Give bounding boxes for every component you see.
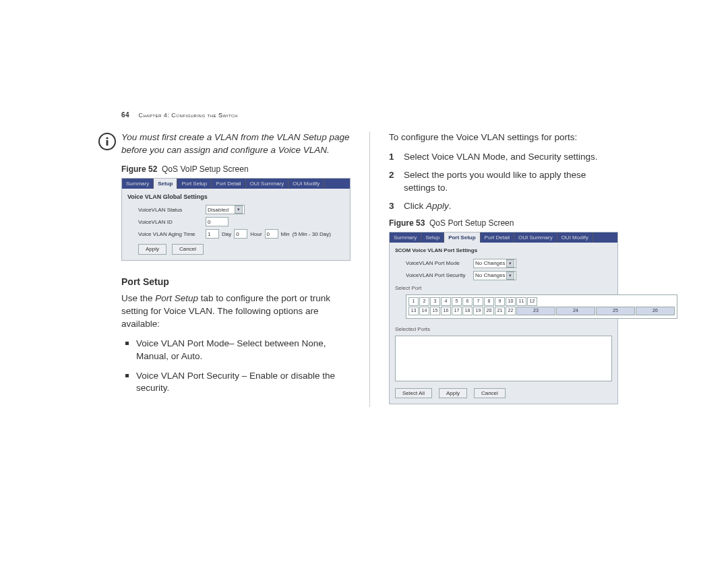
port-cell[interactable]: 1 xyxy=(408,297,419,306)
port-cell[interactable]: 21 xyxy=(495,307,505,315)
intro-para: To configure the Voice VLAN settings for… xyxy=(389,131,618,144)
fig53-tab-summary[interactable]: Summary xyxy=(390,232,421,243)
fig52-panel-title: Voice VLAN Global Settings xyxy=(122,189,350,204)
port-cell[interactable]: 10 xyxy=(506,297,516,306)
svg-point-0 xyxy=(106,137,108,139)
page-header: 64 Chapter 4: Configuring the Switch xyxy=(121,111,238,119)
svg-rect-1 xyxy=(107,140,109,146)
fig52-cancel-button[interactable]: Cancel xyxy=(172,244,204,254)
fig52-tab-portsetup[interactable]: Port Setup xyxy=(177,179,212,189)
step-1-text: Select Voice VLAN Mode, and Security set… xyxy=(404,151,597,164)
port-cell[interactable]: 18 xyxy=(462,307,473,315)
port-cell[interactable]: 17 xyxy=(452,307,462,315)
bullet-port-security: Voice VLAN Port Security – Enable or dis… xyxy=(131,370,351,396)
figure52-title: QoS VoIP Setup Screen xyxy=(162,164,249,174)
port-cell[interactable]: 25 xyxy=(596,307,635,315)
fig52-aging-hour-input[interactable]: 0 xyxy=(234,229,247,239)
fig52-hour-unit: Hour xyxy=(250,230,262,238)
port-cell[interactable]: 22 xyxy=(506,307,516,315)
port-cell[interactable]: 15 xyxy=(430,307,440,315)
figure52-caption: Figure 52 QoS VoIP Setup Screen xyxy=(121,164,351,175)
chevron-down-icon: ▾ xyxy=(506,259,514,268)
fig53-tab-setup[interactable]: Setup xyxy=(421,232,444,243)
fig52-min-unit: Min xyxy=(281,230,290,238)
port-cell[interactable]: 14 xyxy=(419,307,429,315)
port-cell[interactable]: 7 xyxy=(473,297,483,306)
port-cell[interactable]: 12 xyxy=(527,297,537,306)
left-column: You must first create a VLAN from the VL… xyxy=(121,131,351,407)
figure53-screenshot: Summary Setup Port Setup Port Detail OUI… xyxy=(389,232,618,404)
chapter-label: Chapter 4: Configuring the Switch xyxy=(138,112,237,119)
fig52-id-input[interactable]: 0 xyxy=(206,217,229,226)
fig52-tab-portdetail[interactable]: Port Detail xyxy=(212,179,245,189)
fig52-tab-ouisum[interactable]: OUI Summary xyxy=(246,179,289,189)
fig53-selectedports-label: Selected Ports xyxy=(390,323,617,334)
step-num-1: 1 xyxy=(389,151,398,164)
figure53-title: QoS Port Setup Screen xyxy=(429,218,514,228)
column-divider xyxy=(369,131,370,407)
port-cell[interactable]: 19 xyxy=(473,307,483,315)
fig53-tab-ouimod[interactable]: OUI Modify xyxy=(557,232,593,243)
fig52-tab-summary[interactable]: Summary xyxy=(122,179,154,189)
fig53-mode-select[interactable]: No Changes▾ xyxy=(473,259,516,268)
fig52-aging-day-input[interactable]: 1 xyxy=(206,229,219,239)
fig52-tabs: Summary Setup Port Setup Port Detail OUI… xyxy=(122,179,350,189)
port-cell[interactable]: 16 xyxy=(441,307,451,315)
info-icon xyxy=(98,133,116,150)
fig53-apply-button[interactable]: Apply xyxy=(439,388,467,398)
port-setup-para: Use the Port Setup tab to configure the … xyxy=(121,292,351,331)
port-cell[interactable]: 3 xyxy=(430,297,440,306)
figure53-caption: Figure 53 QoS Port Setup Screen xyxy=(389,218,618,229)
fig53-tab-portdetail[interactable]: Port Detail xyxy=(481,232,514,243)
fig53-security-select[interactable]: No Changes▾ xyxy=(473,271,516,280)
figure53-label: Figure 53 xyxy=(389,218,425,228)
fig52-aging-min-input[interactable]: 0 xyxy=(265,229,278,239)
chevron-down-icon: ▾ xyxy=(506,272,514,280)
fig52-aging-range: (5 Min - 30 Day) xyxy=(292,230,330,238)
fig53-cancel-button[interactable]: Cancel xyxy=(474,388,506,398)
port-cell[interactable]: 26 xyxy=(636,307,675,315)
figure52-screenshot: Summary Setup Port Setup Port Detail OUI… xyxy=(121,178,351,261)
port-cell[interactable]: 24 xyxy=(556,307,595,315)
fig53-security-label: VoiceVLAN Port Security xyxy=(406,272,471,279)
fig53-selectedports-list[interactable] xyxy=(395,336,612,381)
fig53-mode-label: VoiceVLAN Port Mode xyxy=(406,259,471,267)
chevron-down-icon: ▾ xyxy=(235,206,243,214)
fig53-ports-grid: 123456789101112 131415161718192021222324… xyxy=(406,294,677,319)
fig53-selectport-label: Select Port xyxy=(390,282,617,293)
port-cell[interactable]: 6 xyxy=(462,297,473,306)
port-cell[interactable]: 4 xyxy=(441,297,451,306)
fig52-tab-ouimod[interactable]: OUI Modify xyxy=(289,179,324,189)
figure52-label: Figure 52 xyxy=(121,164,157,174)
fig52-status-label: VoiceVLAN Status xyxy=(138,206,203,214)
bullet-port-mode: Voice VLAN Port Mode– Select between Non… xyxy=(131,338,351,363)
fig52-apply-button[interactable]: Apply xyxy=(138,244,166,254)
fig53-tab-ouisum[interactable]: OUI Summary xyxy=(514,232,557,243)
fig52-tab-setup[interactable]: Setup xyxy=(154,179,177,189)
step-3-text: Click Apply. xyxy=(404,200,452,213)
fig53-selectall-button[interactable]: Select All xyxy=(395,388,432,398)
fig52-id-label: VoiceVLAN ID xyxy=(138,218,203,226)
port-cell[interactable]: 20 xyxy=(484,307,494,315)
step-num-3: 3 xyxy=(389,200,398,213)
fig53-tabs: Summary Setup Port Setup Port Detail OUI… xyxy=(390,232,617,243)
port-cell[interactable]: 2 xyxy=(419,297,429,306)
port-cell[interactable]: 13 xyxy=(408,307,419,315)
note-text: You must first create a VLAN from the VL… xyxy=(121,131,351,157)
fig52-status-select[interactable]: Disabled▾ xyxy=(206,205,245,214)
port-cell[interactable]: 11 xyxy=(516,297,526,306)
port-setup-heading: Port Setup xyxy=(121,276,351,289)
port-cell[interactable]: 23 xyxy=(516,307,555,315)
right-column: To configure the Voice VLAN settings for… xyxy=(389,131,618,407)
fig53-tab-portsetup[interactable]: Port Setup xyxy=(444,232,480,243)
port-cell[interactable]: 9 xyxy=(495,297,505,306)
port-cell[interactable]: 5 xyxy=(452,297,462,306)
page-number: 64 xyxy=(121,111,129,119)
fig52-aging-label: Voice VLAN Aging Time xyxy=(138,230,203,238)
step-2-text: Select the ports you would like to apply… xyxy=(404,169,618,195)
step-num-2: 2 xyxy=(389,169,398,195)
fig52-day-unit: Day xyxy=(222,230,231,238)
port-cell[interactable]: 8 xyxy=(484,297,494,306)
fig53-panel-title: 3COM Voice VLAN Port Settings xyxy=(390,243,617,257)
